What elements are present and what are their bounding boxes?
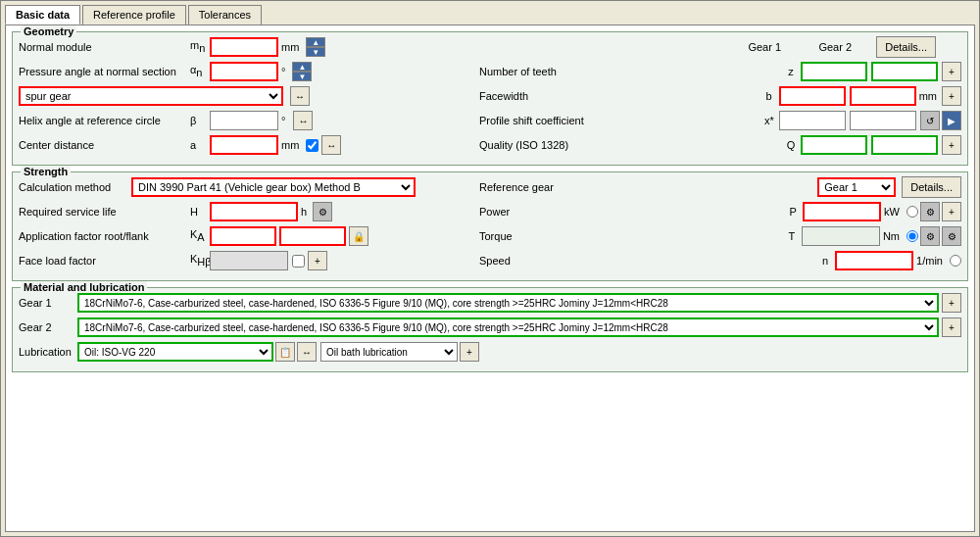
gear2-header: Gear 2 (800, 41, 870, 53)
teeth-input-2[interactable]: 66 (871, 62, 938, 81)
pressure-angle-unit: ° (281, 66, 285, 77)
torque-btn2[interactable]: ⚙ (942, 226, 961, 246)
speed-radio[interactable] (950, 255, 961, 267)
calc-method-select[interactable]: DIN 3990 Part 41 (Vehicle gear box) Meth… (131, 177, 416, 197)
normal-module-row: Normal module mn 2.5000 mm ▲ ▼ (19, 36, 469, 58)
geometry-left: Normal module mn 2.5000 mm ▲ ▼ Pressure … (19, 36, 469, 159)
profile-shift-input-2[interactable]: -0.3152 (850, 111, 916, 130)
gear-type-select[interactable]: spur gear helical gear (19, 86, 283, 106)
quality-input-1[interactable]: 6 (801, 135, 867, 155)
main-window: Basic data Reference profile Tolerances … (0, 0, 980, 537)
strength-layout: Calculation method DIN 3990 Part 41 (Veh… (19, 176, 961, 274)
center-distance-input[interactable]: 122.0000 (210, 135, 278, 155)
facewidth-btn[interactable]: + (942, 86, 961, 106)
gear1-select[interactable]: 18CrNiMo7-6, Case-carburized steel, case… (77, 293, 939, 313)
teeth-btn[interactable]: + (942, 62, 961, 81)
facewidth-input-1[interactable]: 14.0000 (779, 86, 846, 106)
ref-gear-select[interactable]: Gear 1 Gear 2 (817, 177, 896, 197)
power-btn2[interactable]: + (942, 202, 961, 221)
bath-select[interactable]: Oil bath lubrication (320, 342, 458, 362)
gear-type-icon-btn[interactable]: ↔ (290, 86, 310, 106)
teeth-symbol: z (781, 66, 801, 77)
service-life-input[interactable]: 20000.0000 (210, 202, 298, 221)
gear1-label: Gear 1 (19, 297, 77, 309)
center-distance-checkbox[interactable] (306, 139, 318, 152)
gear1-material-btn[interactable]: + (942, 293, 961, 313)
teeth-input-1[interactable]: 32 (801, 62, 867, 81)
service-life-unit: h (301, 206, 307, 218)
tab-tolerances[interactable]: Tolerances (188, 5, 262, 24)
torque-btn1[interactable]: ⚙ (920, 226, 940, 246)
lubrication-btn3[interactable]: + (460, 342, 479, 362)
helix-angle-label: Helix angle at reference circle (19, 115, 190, 126)
content-area: Geometry Normal module mn 2.5000 mm ▲ ▼ (5, 24, 975, 532)
face-load-input: 1.3379 (210, 251, 288, 270)
tab-basic-data[interactable]: Basic data (5, 5, 80, 24)
normal-module-down-btn[interactable]: ▼ (306, 47, 325, 57)
speed-label: Speed (479, 255, 815, 267)
helix-angle-unit: ° (281, 115, 285, 126)
profile-shift-btn2[interactable]: ▶ (942, 111, 961, 130)
torque-radio[interactable] (906, 230, 918, 242)
geometry-section: Geometry Normal module mn 2.5000 mm ▲ ▼ (12, 31, 968, 166)
facewidth-label: Facewidth (479, 90, 760, 102)
normal-module-label: Normal module (19, 41, 190, 53)
geometry-details-btn[interactable]: Details... (876, 36, 936, 58)
service-life-symbol: H (190, 206, 210, 218)
app-factor-row: Application factor root/flank KA 1.2500 … (19, 225, 469, 247)
normal-module-unit: mm (281, 41, 299, 53)
calc-method-label: Calculation method (19, 181, 131, 193)
facewidth-input-2[interactable]: 12.0000 (850, 86, 916, 106)
normal-module-input[interactable]: 2.5000 (210, 37, 278, 57)
profile-shift-row: Profile shift coefficient x* 0.1183 -0.3… (479, 110, 961, 131)
helix-angle-input[interactable]: 0.0000 (210, 111, 278, 130)
strength-section: Strength Calculation method DIN 3990 Par… (12, 171, 968, 281)
normal-module-up-btn[interactable]: ▲ (306, 37, 325, 47)
helix-angle-row: Helix angle at reference circle β 0.0000… (19, 110, 469, 131)
speed-input[interactable]: 1500.0000 (835, 251, 913, 270)
torque-input[interactable]: 76.3944 (802, 226, 880, 246)
app-factor-input-1[interactable]: 1.2500 (210, 226, 276, 246)
pressure-angle-down-btn[interactable]: ▼ (292, 72, 312, 81)
power-btn1[interactable]: ⚙ (920, 202, 940, 221)
helix-angle-btn[interactable]: ↔ (293, 111, 313, 130)
power-radio[interactable] (906, 206, 918, 218)
face-load-checkbox[interactable] (292, 255, 305, 268)
gear2-select[interactable]: 18CrNiMo7-6, Case-carburized steel, case… (77, 317, 939, 337)
torque-symbol: T (782, 230, 802, 242)
strength-title: Strength (21, 166, 71, 177)
speed-unit: 1/min (916, 255, 943, 267)
normal-module-symbol: mn (190, 39, 210, 54)
material-section: Material and lubrication Gear 1 18CrNiMo… (12, 287, 968, 372)
pressure-angle-symbol: αn (190, 64, 210, 78)
center-distance-btn[interactable]: ↔ (321, 135, 341, 155)
service-life-label: Required service life (19, 206, 190, 218)
pressure-angle-up-btn[interactable]: ▲ (292, 62, 312, 72)
lubrication-select[interactable]: Oil: ISO-VG 220 (77, 342, 273, 362)
power-input[interactable]: 12.0000 (803, 202, 881, 221)
app-factor-symbol: KA (190, 228, 210, 243)
torque-label: Torque (479, 230, 782, 242)
profile-shift-btn[interactable]: ↺ (920, 111, 940, 130)
pressure-angle-input[interactable]: 20.0000 (210, 62, 278, 81)
face-load-btn[interactable]: + (308, 251, 327, 270)
strength-details-btn[interactable]: Details... (902, 176, 961, 198)
face-load-row: Face load factor KHβ 1.3379 + (19, 250, 469, 271)
tab-reference-profile[interactable]: Reference profile (82, 5, 186, 24)
gear-type-row: spur gear helical gear ↔ (19, 85, 469, 107)
gear2-row: Gear 2 18CrNiMo7-6, Case-carburized stee… (19, 317, 961, 338)
profile-shift-input-1[interactable]: 0.1183 (779, 111, 846, 130)
facewidth-row: Facewidth b 14.0000 12.0000 mm + (479, 85, 961, 107)
quality-row: Quality (ISO 1328) Q 6 6 + (479, 134, 961, 156)
teeth-row: Number of teeth z 32 66 + (479, 61, 961, 82)
app-factor-input-2[interactable]: 1.0000 (279, 226, 346, 246)
service-life-btn[interactable]: ⚙ (313, 202, 332, 221)
quality-btn[interactable]: + (942, 135, 961, 155)
gear2-material-btn[interactable]: + (942, 317, 961, 337)
app-factor-btn[interactable]: 🔒 (349, 226, 368, 246)
strength-right: Reference gear Gear 1 Gear 2 Details... … (469, 176, 961, 274)
lubrication-btn1[interactable]: 📋 (275, 342, 295, 362)
quality-input-2[interactable]: 6 (871, 135, 938, 155)
lubrication-btn2[interactable]: ↔ (297, 342, 317, 362)
face-load-label: Face load factor (19, 255, 190, 267)
